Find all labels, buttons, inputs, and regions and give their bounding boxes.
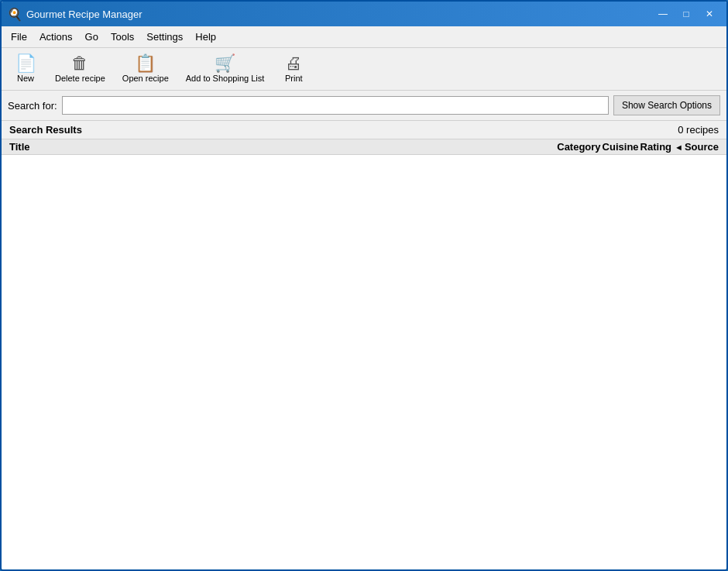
results-count: 0 recipes — [678, 124, 719, 136]
col-rating: Rating — [640, 141, 675, 153]
menu-tools[interactable]: Tools — [105, 28, 140, 46]
menu-file[interactable]: File — [5, 28, 33, 46]
add-to-shopping-button[interactable]: 🛒 Add to Shopping List — [179, 51, 272, 87]
col-source: Source — [685, 141, 719, 153]
window-title: Gourmet Recipe Manager — [26, 9, 652, 20]
app-icon: 🍳 — [8, 7, 22, 21]
search-input[interactable] — [62, 96, 609, 115]
col-right-group: Category Cuisine Rating ◄ Source — [557, 141, 719, 153]
menu-settings[interactable]: Settings — [140, 28, 189, 46]
search-bar: Search for: Show Search Options — [2, 91, 726, 121]
results-list — [2, 155, 726, 569]
print-button[interactable]: 🖨 Print — [274, 51, 313, 87]
show-search-options-button[interactable]: Show Search Options — [613, 95, 720, 115]
title-bar: 🍳 Gourmet Recipe Manager — □ ✕ — [2, 2, 726, 26]
shopping-label: Add to Shopping List — [186, 74, 265, 83]
col-category: Category — [557, 141, 602, 153]
maximize-button[interactable]: □ — [675, 5, 697, 22]
menu-actions[interactable]: Actions — [33, 28, 79, 46]
search-label: Search for: — [8, 100, 57, 112]
menu-bar: File Actions Go Tools Settings Help — [2, 26, 726, 48]
print-label: Print — [285, 74, 303, 83]
print-icon: 🖨 — [285, 55, 302, 72]
open-label: Open recipe — [122, 74, 169, 83]
new-icon: 📄 — [15, 55, 36, 72]
open-recipe-button[interactable]: 📋 Open recipe — [115, 51, 176, 87]
column-headers: Title Category Cuisine Rating ◄ Source — [2, 139, 726, 155]
results-label: Search Results — [9, 124, 82, 136]
results-header: Search Results 0 recipes — [2, 121, 726, 139]
col-cuisine: Cuisine — [603, 141, 640, 153]
main-window: 🍳 Gourmet Recipe Manager — □ ✕ File Acti… — [0, 0, 728, 571]
col-scroll-arrow[interactable]: ◄ — [675, 143, 683, 152]
open-icon: 📋 — [135, 55, 156, 72]
shopping-icon: 🛒 — [215, 55, 235, 72]
new-label: New — [17, 74, 34, 83]
delete-icon: 🗑 — [71, 55, 88, 72]
menu-go[interactable]: Go — [79, 28, 105, 46]
new-button[interactable]: 📄 New — [6, 51, 45, 87]
col-title: Title — [9, 141, 557, 153]
menu-help[interactable]: Help — [189, 28, 222, 46]
window-controls: — □ ✕ — [652, 5, 720, 22]
close-button[interactable]: ✕ — [699, 5, 720, 22]
delete-label: Delete recipe — [55, 74, 105, 83]
toolbar: 📄 New 🗑 Delete recipe 📋 Open recipe 🛒 Ad… — [2, 48, 726, 91]
minimize-button[interactable]: — — [652, 5, 674, 22]
delete-recipe-button[interactable]: 🗑 Delete recipe — [48, 51, 112, 87]
